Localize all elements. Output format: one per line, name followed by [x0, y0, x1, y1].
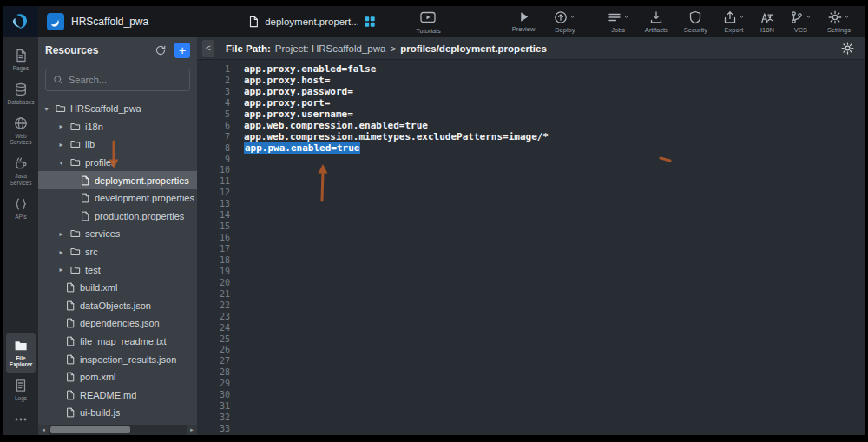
sidebar-item-apis[interactable]: APIs: [6, 192, 36, 225]
line-number: 23: [197, 312, 240, 323]
topbar-artifacts-button[interactable]: Artifacts: [641, 9, 672, 36]
code-text: [240, 255, 244, 267]
tree-folder-item[interactable]: ▾HRScaffold_pwa: [38, 100, 197, 118]
scroll-right-icon[interactable]: ►: [187, 425, 197, 435]
search-input[interactable]: [69, 75, 182, 85]
tree-file-item[interactable]: README.md: [38, 386, 197, 405]
code-line[interactable]: 17: [197, 244, 865, 255]
caret-right-icon[interactable]: ▸: [56, 248, 66, 256]
code-line[interactable]: 31: [197, 401, 865, 412]
resources-panel: Resources + ▾HRScaffold_pwa▸i18n▸lib▾pro…: [38, 37, 197, 435]
refresh-icon[interactable]: [155, 44, 167, 56]
tree-item-label: ui-build.js: [80, 407, 120, 418]
code-line[interactable]: 28: [197, 367, 865, 379]
scrollbar-thumb[interactable]: [50, 426, 130, 433]
code-line[interactable]: 29: [197, 379, 865, 390]
topbar-i18n-button[interactable]: I18N: [757, 9, 778, 36]
sidebar-item-file-explorer[interactable]: File Explorer: [6, 333, 36, 373]
code-line[interactable]: 25: [197, 334, 865, 346]
code-line[interactable]: 11: [197, 176, 865, 188]
line-number: 7: [197, 132, 240, 143]
code-line[interactable]: 8app.pwa.enabled=true: [197, 143, 865, 155]
code-line[interactable]: 13: [197, 199, 865, 210]
tree-file-item[interactable]: dependencies.json: [38, 314, 197, 333]
caret-down-icon[interactable]: ▾: [56, 159, 66, 167]
tree-file-item[interactable]: development.properties: [38, 189, 197, 208]
project-switcher[interactable]: HRScaffold_pwa: [38, 6, 157, 37]
topbar-settings-button[interactable]: Settings: [824, 9, 854, 36]
code-line[interactable]: 26: [197, 345, 865, 356]
sidebar-item-label: Pages: [13, 65, 29, 72]
collapse-panel-button[interactable]: <: [202, 40, 214, 57]
code-line[interactable]: 7app.web.compression.mimetypes.excludePa…: [197, 132, 865, 143]
file-icon: [65, 390, 76, 400]
code-text: [240, 390, 244, 401]
code-line[interactable]: 16: [197, 233, 865, 244]
tree-file-item[interactable]: file_map_readme.txt: [38, 333, 197, 351]
code-line[interactable]: 23: [197, 312, 865, 323]
rail-bottom-group: File ExplorerLogs: [5, 333, 36, 432]
caret-down-icon[interactable]: ▾: [42, 105, 51, 113]
caret-right-icon[interactable]: ▸: [56, 141, 66, 148]
topbar-icon-row: [608, 10, 629, 24]
export-icon: [723, 10, 737, 24]
wavemaker-logo[interactable]: [3, 6, 38, 37]
tree-folder-item[interactable]: ▸i18n: [38, 118, 197, 136]
tree-folder-item[interactable]: ▸src: [38, 243, 197, 261]
code-line[interactable]: 24: [197, 323, 865, 334]
line-number: 9: [197, 155, 240, 166]
sidebar-item-logs[interactable]: Logs: [6, 373, 36, 406]
tree-file-item[interactable]: build.xml: [38, 279, 197, 297]
caret-right-icon[interactable]: ▸: [56, 230, 66, 238]
gear-icon[interactable]: [841, 42, 854, 55]
code-line[interactable]: 22: [197, 300, 865, 312]
sidebar-item-more[interactable]: [6, 407, 36, 431]
preview-button[interactable]: Preview: [509, 6, 539, 37]
open-file-tab[interactable]: deployment.propert...: [240, 6, 383, 37]
code-line[interactable]: 21: [197, 289, 865, 300]
tutorials-button[interactable]: Tutorials: [412, 6, 444, 37]
sidebar-item-web-services[interactable]: Web Services: [6, 111, 36, 151]
caret-right-icon[interactable]: ▸: [56, 266, 66, 274]
deploy-button[interactable]: Deploy: [550, 6, 579, 37]
code-line[interactable]: 30: [197, 390, 865, 401]
code-line[interactable]: 33: [197, 424, 865, 435]
scroll-left-icon[interactable]: ◄: [38, 425, 49, 435]
topbar-vcs-button[interactable]: VCS: [786, 9, 815, 36]
topbar-jobs-button[interactable]: Jobs: [604, 9, 633, 36]
code-line[interactable]: 10: [197, 165, 865, 176]
topbar-security-button[interactable]: Security: [681, 9, 711, 36]
code-line[interactable]: 27: [197, 356, 865, 367]
tree-file-item[interactable]: deployment.properties: [38, 171, 197, 189]
code-string: app.proxy.password=: [244, 86, 353, 97]
code-line[interactable]: 19: [197, 267, 865, 278]
code-line[interactable]: 20: [197, 278, 865, 289]
tree-file-item[interactable]: production.properties: [38, 208, 197, 226]
code-line[interactable]: 32: [197, 412, 865, 424]
topbar-export-button[interactable]: Export: [720, 9, 748, 36]
line-number: 10: [197, 165, 240, 176]
video-icon: [420, 10, 436, 25]
sidebar-item-databases[interactable]: Databases: [6, 77, 36, 110]
tree-folder-item[interactable]: ▸test: [38, 261, 197, 279]
tree-file-item[interactable]: dataObjects.json: [38, 297, 197, 315]
resources-horizontal-scrollbar[interactable]: ◄ ►: [38, 425, 197, 435]
tree-file-item[interactable]: ui-build.js: [38, 404, 197, 422]
code-editor[interactable]: 1app.proxy.enabled=false2app.proxy.host=…: [197, 60, 865, 435]
add-resource-button[interactable]: +: [174, 43, 190, 58]
line-number: 3: [197, 87, 240, 98]
tree-folder-item[interactable]: ▸lib: [38, 135, 197, 154]
code-line[interactable]: 9: [197, 155, 865, 166]
code-line[interactable]: 18: [197, 255, 865, 267]
tree-folder-item[interactable]: ▾profiles: [38, 154, 197, 172]
code-line[interactable]: 12: [197, 188, 865, 199]
tree-folder-item[interactable]: ▸services: [38, 225, 197, 243]
sidebar-item-java-services[interactable]: Java Services: [6, 151, 36, 191]
scrollbar-track[interactable]: [49, 425, 187, 435]
caret-right-icon[interactable]: ▸: [56, 122, 66, 130]
tree-file-item[interactable]: pom.xml: [38, 368, 197, 386]
code-line[interactable]: 14: [197, 210, 865, 221]
code-line[interactable]: 15: [197, 221, 865, 233]
tree-file-item[interactable]: inspection_results.json: [38, 350, 197, 368]
sidebar-item-pages[interactable]: Pages: [6, 43, 36, 76]
